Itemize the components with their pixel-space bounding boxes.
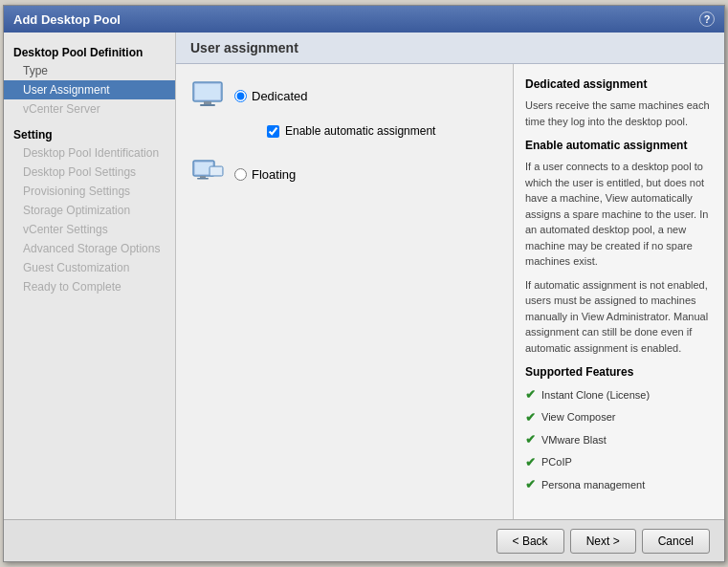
auto-assign-text2: If automatic assignment is not enabled, … [525, 277, 713, 357]
group-label-definition: Desktop Pool Definition [4, 42, 175, 61]
feature-label-5: Persona management [541, 477, 645, 493]
footer-buttons: < Back Next > Cancel [496, 529, 710, 554]
floating-radio[interactable] [234, 168, 247, 181]
check-icon-4: ✔ [525, 453, 536, 472]
title-bar: Add Desktop Pool ? [4, 6, 724, 33]
svg-rect-1 [195, 84, 220, 99]
dialog-title: Add Desktop Pool [13, 12, 121, 27]
feature-item-5: ✔ Persona management [525, 475, 713, 494]
sidebar-item-vcenter-settings: vCenter Settings [4, 220, 175, 239]
sidebar-item-user-assignment[interactable]: User Assignment [4, 80, 175, 99]
auto-assignment-row: Enable automatic assignment [190, 124, 498, 138]
main-area: User assignment Dedicate [176, 33, 724, 519]
form-area: Dedicated Enable automatic assignment [176, 64, 514, 519]
feature-item-3: ✔ VMware Blast [525, 430, 713, 449]
svg-rect-2 [204, 101, 211, 104]
sidebar-item-storage-optimization: Storage Optimization [4, 201, 175, 220]
sidebar-item-pool-identification: Desktop Pool Identification [4, 143, 175, 163]
sidebar: Desktop Pool Definition Type User Assign… [4, 33, 176, 519]
feature-label-2: View Composer [541, 409, 615, 425]
main-header: User assignment [176, 33, 724, 64]
auto-assign-text1: If a user connects to a desktop pool to … [525, 159, 713, 270]
svg-rect-9 [210, 167, 222, 175]
features-title: Supported Features [525, 363, 713, 381]
dialog: Add Desktop Pool ? Desktop Pool Definiti… [3, 5, 725, 562]
sidebar-item-type[interactable]: Type [4, 61, 175, 80]
dedicated-text: Users receive the same machines each tim… [525, 98, 713, 129]
feature-item-2: ✔ View Composer [525, 408, 713, 427]
cancel-button[interactable]: Cancel [642, 529, 710, 554]
help-button[interactable]: ? [699, 11, 715, 27]
sidebar-item-pool-settings: Desktop Pool Settings [4, 163, 175, 182]
dedicated-radio[interactable] [234, 90, 247, 102]
sidebar-item-vcenter-server: vCenter Server [4, 99, 175, 119]
sidebar-item-guest-customization: Guest Customization [4, 258, 175, 277]
sidebar-item-advanced-storage: Advanced Storage Options [4, 239, 175, 258]
auto-assignment-label: Enable automatic assignment [285, 124, 435, 138]
footer: < Back Next > Cancel [4, 519, 724, 561]
sidebar-item-provisioning-settings: Provisioning Settings [4, 182, 175, 201]
svg-rect-7 [197, 178, 209, 180]
feature-item-4: ✔ PCoIP [525, 453, 713, 472]
floating-option-row: Floating [190, 157, 498, 191]
main-body: Dedicated Enable automatic assignment [176, 64, 724, 519]
dedicated-title: Dedicated assignment [525, 76, 713, 93]
content-area: Desktop Pool Definition Type User Assign… [4, 33, 724, 519]
svg-rect-6 [200, 176, 206, 178]
check-icon-1: ✔ [525, 385, 536, 404]
features-section: Supported Features ✔ Instant Clone (Lice… [525, 363, 713, 494]
info-panel: Dedicated assignment Users receive the s… [514, 64, 724, 519]
feature-label-3: VMware Blast [541, 432, 607, 448]
dedicated-option-row: Dedicated [190, 78, 498, 113]
dedicated-computer-icon [190, 78, 225, 113]
floating-computer-icon [190, 157, 225, 191]
svg-rect-3 [200, 104, 215, 106]
feature-item-1: ✔ Instant Clone (License) [525, 385, 713, 404]
group-label-setting: Setting [4, 124, 175, 143]
feature-label-1: Instant Clone (License) [541, 387, 650, 403]
check-icon-3: ✔ [525, 430, 536, 449]
floating-radio-label[interactable]: Floating [234, 167, 296, 182]
feature-label-4: PCoIP [541, 454, 572, 470]
auto-assignment-checkbox[interactable] [267, 125, 279, 138]
next-button[interactable]: Next > [570, 529, 636, 554]
dedicated-radio-label[interactable]: Dedicated [234, 89, 308, 103]
back-button[interactable]: < Back [496, 529, 564, 554]
check-icon-2: ✔ [525, 408, 536, 427]
auto-assign-title: Enable automatic assignment [525, 137, 713, 154]
sidebar-item-ready-to-complete: Ready to Complete [4, 277, 175, 296]
help-icon: ? [704, 13, 711, 25]
check-icon-5: ✔ [525, 475, 536, 494]
